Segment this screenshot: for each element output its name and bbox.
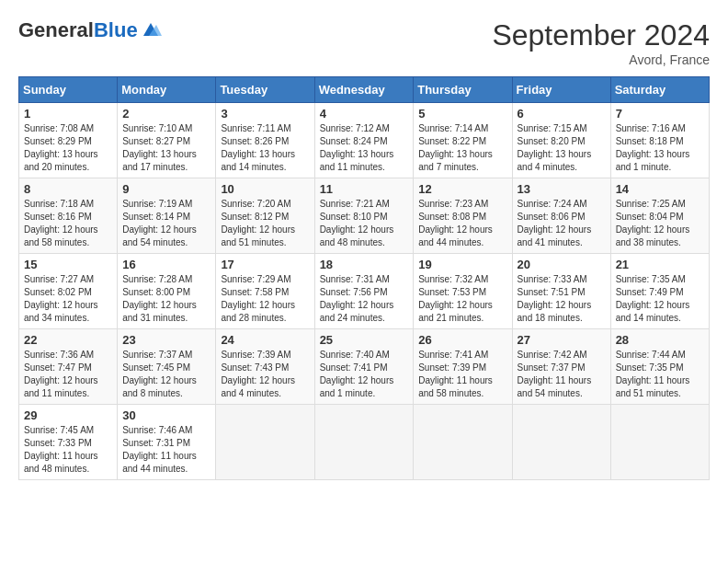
calendar-cell: 13Sunrise: 7:24 AMSunset: 8:06 PMDayligh… — [512, 178, 610, 254]
logo: GeneralBlue — [18, 18, 162, 42]
day-number: 30 — [122, 408, 210, 422]
day-number: 12 — [418, 182, 506, 196]
logo-general-text: General — [18, 18, 94, 42]
calendar-cell: 14Sunrise: 7:25 AMSunset: 8:04 PMDayligh… — [610, 178, 709, 254]
day-detail: Sunrise: 7:39 AMSunset: 7:43 PMDaylight:… — [221, 350, 295, 398]
calendar-cell: 15Sunrise: 7:27 AMSunset: 8:02 PMDayligh… — [19, 254, 118, 329]
day-detail: Sunrise: 7:14 AMSunset: 8:22 PMDaylight:… — [418, 123, 493, 172]
page-header: GeneralBlue September 2024 Avord, France — [18, 18, 710, 67]
day-number: 19 — [418, 258, 506, 271]
day-number: 5 — [418, 107, 506, 121]
day-detail: Sunrise: 7:42 AMSunset: 7:37 PMDaylight:… — [518, 350, 592, 398]
calendar-cell: 1Sunrise: 7:08 AMSunset: 8:29 PMDaylight… — [19, 103, 118, 178]
calendar-cell: 7Sunrise: 7:16 AMSunset: 8:18 PMDaylight… — [610, 103, 709, 178]
day-header-wednesday: Wednesday — [314, 77, 414, 103]
day-number: 17 — [221, 258, 309, 271]
month-title: September 2024 — [492, 18, 710, 52]
day-detail: Sunrise: 7:08 AMSunset: 8:29 PMDaylight:… — [24, 123, 98, 172]
day-detail: Sunrise: 7:15 AMSunset: 8:20 PMDaylight:… — [518, 123, 592, 172]
day-detail: Sunrise: 7:21 AMSunset: 8:10 PMDaylight:… — [320, 199, 394, 247]
calendar-cell: 18Sunrise: 7:31 AMSunset: 7:56 PMDayligh… — [314, 254, 414, 329]
day-detail: Sunrise: 7:24 AMSunset: 8:06 PMDaylight:… — [518, 199, 592, 247]
day-number: 7 — [616, 107, 704, 121]
calendar-cell: 10Sunrise: 7:20 AMSunset: 8:12 PMDayligh… — [216, 178, 314, 254]
day-detail: Sunrise: 7:37 AMSunset: 7:45 PMDaylight:… — [122, 350, 197, 398]
day-header-tuesday: Tuesday — [216, 77, 314, 103]
calendar-cell: 29Sunrise: 7:45 AMSunset: 7:33 PMDayligh… — [19, 405, 118, 480]
day-detail: Sunrise: 7:33 AMSunset: 7:51 PMDaylight:… — [518, 274, 592, 323]
day-header-saturday: Saturday — [610, 77, 709, 103]
calendar-cell: 4Sunrise: 7:12 AMSunset: 8:24 PMDaylight… — [314, 103, 414, 178]
calendar-cell: 25Sunrise: 7:40 AMSunset: 7:41 PMDayligh… — [314, 329, 414, 405]
day-number: 16 — [122, 258, 210, 271]
title-section: September 2024 Avord, France — [492, 18, 710, 67]
calendar-cell — [610, 405, 709, 480]
day-detail: Sunrise: 7:20 AMSunset: 8:12 PMDaylight:… — [221, 199, 295, 247]
day-number: 20 — [518, 258, 606, 271]
logo-icon — [140, 19, 162, 41]
day-detail: Sunrise: 7:18 AMSunset: 8:16 PMDaylight:… — [24, 199, 98, 247]
day-number: 24 — [221, 333, 309, 347]
calendar-cell: 24Sunrise: 7:39 AMSunset: 7:43 PMDayligh… — [216, 329, 314, 405]
day-detail: Sunrise: 7:12 AMSunset: 8:24 PMDaylight:… — [320, 123, 394, 172]
day-number: 1 — [24, 107, 112, 121]
day-number: 22 — [24, 333, 112, 347]
day-detail: Sunrise: 7:41 AMSunset: 7:39 PMDaylight:… — [418, 350, 493, 398]
day-number: 18 — [320, 258, 409, 271]
day-header-friday: Friday — [512, 77, 610, 103]
day-number: 26 — [418, 333, 506, 347]
calendar-cell: 22Sunrise: 7:36 AMSunset: 7:47 PMDayligh… — [19, 329, 118, 405]
calendar-cell — [512, 405, 610, 480]
day-number: 15 — [24, 258, 112, 271]
day-number: 28 — [616, 333, 704, 347]
day-number: 23 — [122, 333, 210, 347]
day-number: 8 — [24, 182, 112, 196]
day-detail: Sunrise: 7:25 AMSunset: 8:04 PMDaylight:… — [616, 199, 690, 247]
day-detail: Sunrise: 7:16 AMSunset: 8:18 PMDaylight:… — [616, 123, 690, 172]
location: Avord, France — [492, 52, 710, 67]
day-detail: Sunrise: 7:31 AMSunset: 7:56 PMDaylight:… — [320, 274, 394, 323]
calendar-cell — [314, 405, 414, 480]
day-number: 25 — [320, 333, 409, 347]
calendar-cell: 20Sunrise: 7:33 AMSunset: 7:51 PMDayligh… — [512, 254, 610, 329]
calendar-cell: 26Sunrise: 7:41 AMSunset: 7:39 PMDayligh… — [414, 329, 512, 405]
day-number: 14 — [616, 182, 704, 196]
day-number: 3 — [221, 107, 309, 121]
day-number: 27 — [518, 333, 606, 347]
calendar-cell: 9Sunrise: 7:19 AMSunset: 8:14 PMDaylight… — [118, 178, 216, 254]
day-detail: Sunrise: 7:40 AMSunset: 7:41 PMDaylight:… — [320, 350, 394, 398]
calendar-cell: 6Sunrise: 7:15 AMSunset: 8:20 PMDaylight… — [512, 103, 610, 178]
calendar-cell: 11Sunrise: 7:21 AMSunset: 8:10 PMDayligh… — [314, 178, 414, 254]
calendar-cell: 23Sunrise: 7:37 AMSunset: 7:45 PMDayligh… — [118, 329, 216, 405]
day-number: 10 — [221, 182, 309, 196]
calendar-week-5: 29Sunrise: 7:45 AMSunset: 7:33 PMDayligh… — [19, 405, 710, 480]
day-detail: Sunrise: 7:35 AMSunset: 7:49 PMDaylight:… — [616, 274, 690, 323]
day-detail: Sunrise: 7:11 AMSunset: 8:26 PMDaylight:… — [221, 123, 295, 172]
calendar-cell: 30Sunrise: 7:46 AMSunset: 7:31 PMDayligh… — [118, 405, 216, 480]
day-detail: Sunrise: 7:45 AMSunset: 7:33 PMDaylight:… — [24, 425, 98, 474]
day-number: 21 — [616, 258, 704, 271]
day-detail: Sunrise: 7:19 AMSunset: 8:14 PMDaylight:… — [122, 199, 197, 247]
calendar-week-1: 1Sunrise: 7:08 AMSunset: 8:29 PMDaylight… — [19, 103, 710, 178]
calendar-cell: 27Sunrise: 7:42 AMSunset: 7:37 PMDayligh… — [512, 329, 610, 405]
day-number: 4 — [320, 107, 409, 121]
calendar-cell — [216, 405, 314, 480]
calendar-cell: 28Sunrise: 7:44 AMSunset: 7:35 PMDayligh… — [610, 329, 709, 405]
day-detail: Sunrise: 7:44 AMSunset: 7:35 PMDaylight:… — [616, 350, 690, 398]
calendar-cell: 2Sunrise: 7:10 AMSunset: 8:27 PMDaylight… — [118, 103, 216, 178]
day-detail: Sunrise: 7:27 AMSunset: 8:02 PMDaylight:… — [24, 274, 98, 323]
calendar-cell: 3Sunrise: 7:11 AMSunset: 8:26 PMDaylight… — [216, 103, 314, 178]
calendar-cell: 8Sunrise: 7:18 AMSunset: 8:16 PMDaylight… — [19, 178, 118, 254]
calendar-week-2: 8Sunrise: 7:18 AMSunset: 8:16 PMDaylight… — [19, 178, 710, 254]
day-detail: Sunrise: 7:23 AMSunset: 8:08 PMDaylight:… — [418, 199, 493, 247]
calendar-cell: 5Sunrise: 7:14 AMSunset: 8:22 PMDaylight… — [414, 103, 512, 178]
day-detail: Sunrise: 7:29 AMSunset: 7:58 PMDaylight:… — [221, 274, 295, 323]
calendar-cell: 21Sunrise: 7:35 AMSunset: 7:49 PMDayligh… — [610, 254, 709, 329]
calendar-week-4: 22Sunrise: 7:36 AMSunset: 7:47 PMDayligh… — [19, 329, 710, 405]
day-header-thursday: Thursday — [414, 77, 512, 103]
day-detail: Sunrise: 7:32 AMSunset: 7:53 PMDaylight:… — [418, 274, 493, 323]
logo-blue-text: Blue — [94, 18, 138, 42]
calendar-cell: 16Sunrise: 7:28 AMSunset: 8:00 PMDayligh… — [118, 254, 216, 329]
day-header-monday: Monday — [118, 77, 216, 103]
calendar-cell: 19Sunrise: 7:32 AMSunset: 7:53 PMDayligh… — [414, 254, 512, 329]
